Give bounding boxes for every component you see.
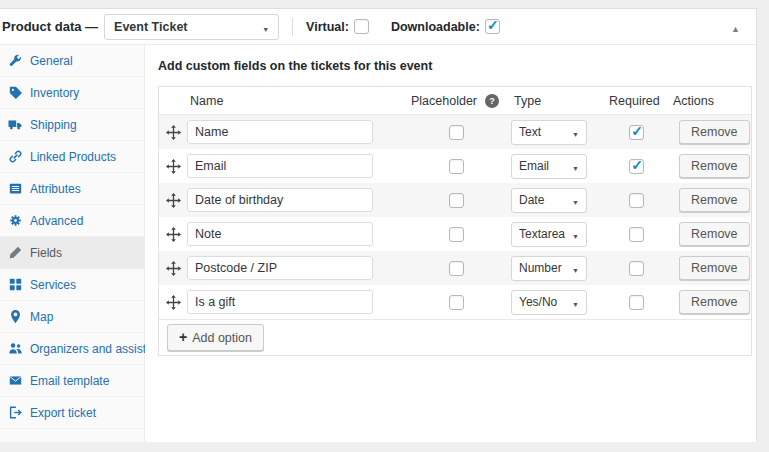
help-icon[interactable] [485,94,499,108]
field-name-input[interactable] [187,290,373,314]
sidebar-item-inventory[interactable]: Inventory [0,77,144,109]
table-row: Date Remove [159,183,751,217]
caret-down-icon [568,191,579,209]
virtual-checkbox[interactable] [354,19,369,34]
sidebar-item-linked-products[interactable]: Linked Products [0,141,144,173]
caret-down-icon [254,18,269,36]
product-data-panel: Product data — Event Ticket Virtual: Dow… [0,8,757,441]
remove-field-button[interactable]: Remove [679,120,750,144]
triangle-up-icon [731,18,740,35]
field-type-select[interactable]: Text [511,120,587,145]
table-row: Email Remove [159,149,751,183]
field-name-input[interactable] [187,120,373,144]
sidebar-item-label: Services [30,278,76,292]
remove-field-button[interactable]: Remove [679,222,750,246]
remove-field-button[interactable]: Remove [679,154,750,178]
move-handle-icon[interactable] [166,193,181,208]
product-type-value: Event Ticket [114,20,187,34]
actions-column-header: Actions [669,94,751,108]
sidebar-item-services[interactable]: Services [0,269,144,301]
field-name-input[interactable] [187,188,373,212]
field-type-select[interactable]: Yes/No [511,290,587,315]
table-row: Text Remove [159,115,751,149]
required-checkbox[interactable] [629,193,644,208]
divider [292,18,293,36]
placeholder-checkbox[interactable] [449,261,464,276]
sidebar-item-advanced[interactable]: Advanced [0,205,144,237]
field-name-input[interactable] [187,154,373,178]
sidebar-item-label: Fields [30,246,62,260]
placeholder-checkbox[interactable] [449,295,464,310]
table-body: Text Remove Email Remove [159,115,751,319]
collapse-panel-button[interactable] [727,14,744,40]
required-checkbox[interactable] [629,159,644,174]
export-icon [8,406,22,420]
remove-field-button[interactable]: Remove [679,256,750,280]
sidebar-item-map[interactable]: Map [0,301,144,333]
custom-fields-table: Name Placeholder Type Required Actions [158,86,752,356]
sidebar-item-email-template[interactable]: Email template [0,365,144,397]
table-row: Textarea Remove [159,217,751,251]
sidebar-item-export-ticket[interactable]: Export ticket [0,397,144,429]
move-handle-icon[interactable] [166,295,181,310]
table-footer: Add option [159,319,751,355]
field-type-value: Yes/No [519,295,557,309]
field-name-input[interactable] [187,222,373,246]
type-column-header: Type [509,94,604,108]
sidebar-item-shipping[interactable]: Shipping [0,109,144,141]
required-checkbox[interactable] [629,261,644,276]
field-type-select[interactable]: Number [511,256,587,281]
field-type-value: Number [519,261,562,275]
remove-field-button[interactable]: Remove [679,290,750,314]
product-data-tabs: General Inventory Shipping Linked Produc… [0,45,145,442]
caret-down-icon [568,157,579,175]
panel-title: Product data — [2,19,98,34]
plus-icon [179,330,192,345]
placeholder-checkbox[interactable] [449,159,464,174]
caret-down-icon [568,123,579,141]
sidebar-item-general[interactable]: General [0,45,144,77]
field-name-input[interactable] [187,256,373,280]
field-type-value: Email [519,159,549,173]
sidebar-item-label: Export ticket [30,406,96,420]
remove-field-button[interactable]: Remove [679,188,750,212]
required-checkbox[interactable] [629,227,644,242]
placeholder-checkbox[interactable] [449,227,464,242]
required-checkbox[interactable] [629,125,644,140]
field-type-value: Textarea [519,227,565,241]
table-row: Number Remove [159,251,751,285]
map-pin-icon [8,310,22,324]
placeholder-checkbox[interactable] [449,193,464,208]
add-option-button[interactable]: Add option [167,324,264,351]
placeholder-header-label: Placeholder [411,94,477,108]
page: { "header": { "title": "Product data —",… [0,0,769,452]
required-checkbox[interactable] [629,295,644,310]
sidebar-item-attributes[interactable]: Attributes [0,173,144,205]
gear-icon [8,214,22,228]
name-column-header: Name [187,94,404,108]
field-type-select[interactable]: Textarea [511,222,587,247]
caret-down-icon [568,259,579,277]
downloadable-checkbox[interactable] [485,19,500,34]
sidebar-item-label: Map [30,310,53,324]
placeholder-checkbox[interactable] [449,125,464,140]
move-handle-icon[interactable] [166,227,181,242]
panel-body: General Inventory Shipping Linked Produc… [0,45,756,442]
envelope-icon [8,374,22,388]
grid-icon [8,278,22,292]
move-handle-icon[interactable] [166,125,181,140]
link-icon [8,150,22,164]
field-type-select[interactable]: Email [511,154,587,179]
table-row: Yes/No Remove [159,285,751,319]
move-handle-icon[interactable] [166,159,181,174]
attributes-icon [8,182,22,196]
sidebar-item-label: Shipping [30,118,77,132]
move-handle-icon[interactable] [166,261,181,276]
sidebar-item-label: Inventory [30,86,79,100]
sidebar-item-organizers[interactable]: Organizers and assistants [0,333,144,365]
caret-down-icon [568,225,579,243]
virtual-label: Virtual: [306,20,349,34]
sidebar-item-fields[interactable]: Fields [0,237,144,269]
field-type-select[interactable]: Date [511,188,587,213]
product-type-select[interactable]: Event Ticket [104,14,279,40]
